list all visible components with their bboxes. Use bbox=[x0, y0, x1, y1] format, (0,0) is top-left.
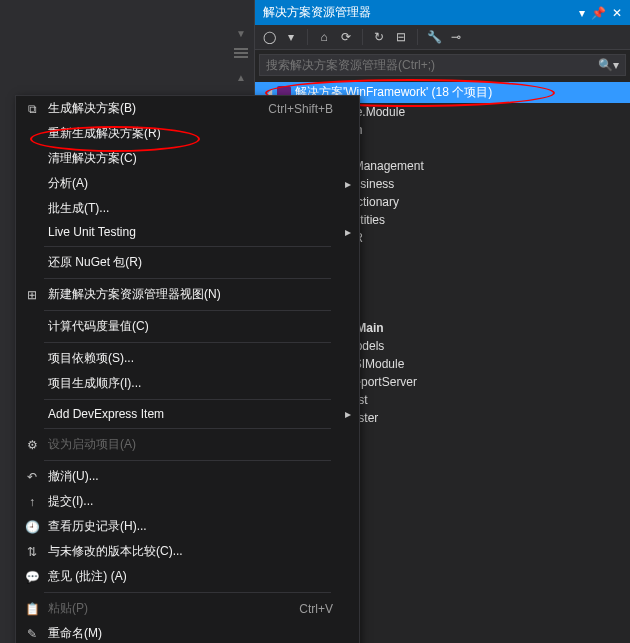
panel-title-bar: 解决方案资源管理器 ▾ 📌 ✕ bbox=[255, 0, 630, 25]
panel-toolbar: ◯ ▾ ⌂ ⟳ ↻ ⊟ 🔧 ⊸ bbox=[255, 25, 630, 50]
menu-item-label: Live Unit Testing bbox=[44, 225, 333, 239]
menu-item-label: 生成解决方案(B) bbox=[44, 100, 268, 117]
menu-separator bbox=[44, 428, 331, 429]
menu-item-shortcut: Ctrl+Shift+B bbox=[268, 102, 339, 116]
menu-item-label: 撤消(U)... bbox=[44, 468, 333, 485]
search-bar[interactable]: 🔍▾ bbox=[259, 54, 626, 76]
menu-item-label: Add DevExpress Item bbox=[44, 407, 333, 421]
menu-item-label: 清理解决方案(C) bbox=[44, 150, 333, 167]
menu-item: 📋粘贴(P)Ctrl+V bbox=[16, 596, 359, 621]
menu-item-label: 批生成(T)... bbox=[44, 200, 333, 217]
menu-item[interactable]: 计算代码度量值(C) bbox=[16, 314, 359, 339]
startup-icon: ⚙ bbox=[20, 438, 44, 452]
menu-separator bbox=[44, 246, 331, 247]
menu-separator bbox=[44, 310, 331, 311]
drag-handle-icon[interactable] bbox=[232, 48, 250, 62]
menu-separator bbox=[44, 460, 331, 461]
menu-item[interactable]: ↑提交(I)... bbox=[16, 489, 359, 514]
show-all-icon[interactable]: ⊸ bbox=[448, 29, 464, 45]
chevron-down-icon[interactable]: ▼ bbox=[236, 28, 246, 39]
forward-icon[interactable]: ▾ bbox=[283, 29, 299, 45]
menu-item[interactable]: 批生成(T)... bbox=[16, 196, 359, 221]
menu-item[interactable]: 分析(A)▸ bbox=[16, 171, 359, 196]
menu-item-label: 重新生成解决方案(R) bbox=[44, 125, 333, 142]
compare-icon: ⇅ bbox=[20, 545, 44, 559]
menu-item[interactable]: 还原 NuGet 包(R) bbox=[16, 250, 359, 275]
pin-icon[interactable]: 📌 bbox=[591, 6, 606, 20]
menu-item-label: 设为启动项目(A) bbox=[44, 436, 333, 453]
undo-icon: ↶ bbox=[20, 470, 44, 484]
menu-item[interactable]: Live Unit Testing▸ bbox=[16, 221, 359, 243]
menu-item-label: 提交(I)... bbox=[44, 493, 333, 510]
menu-item[interactable]: ⊞新建解决方案资源管理器视图(N) bbox=[16, 282, 359, 307]
history-icon: 🕘 bbox=[20, 520, 44, 534]
context-menu: ⧉生成解决方案(B)Ctrl+Shift+B重新生成解决方案(R)清理解决方案(… bbox=[15, 95, 360, 643]
menu-item-label: 意见 (批注) (A) bbox=[44, 568, 333, 585]
panel-title: 解决方案资源管理器 bbox=[263, 4, 579, 21]
home-icon[interactable]: ⌂ bbox=[316, 29, 332, 45]
properties-icon[interactable]: 🔧 bbox=[426, 29, 442, 45]
menu-item-label: 查看历史记录(H)... bbox=[44, 518, 333, 535]
menu-item-label: 粘贴(P) bbox=[44, 600, 299, 617]
menu-item[interactable]: Add DevExpress Item▸ bbox=[16, 403, 359, 425]
menu-separator bbox=[44, 592, 331, 593]
paste-icon: 📋 bbox=[20, 602, 44, 616]
search-input[interactable] bbox=[266, 58, 598, 72]
menu-item[interactable]: ↶撤消(U)... bbox=[16, 464, 359, 489]
menu-item-label: 项目生成顺序(I)... bbox=[44, 375, 333, 392]
collapse-icon[interactable]: ⊟ bbox=[393, 29, 409, 45]
menu-item-label: 计算代码度量值(C) bbox=[44, 318, 333, 335]
menu-item[interactable]: ✎重命名(M) bbox=[16, 621, 359, 643]
menu-separator bbox=[44, 278, 331, 279]
menu-item-label: 分析(A) bbox=[44, 175, 333, 192]
menu-item-label: 项目依赖项(S)... bbox=[44, 350, 333, 367]
menu-item[interactable]: ⇅与未修改的版本比较(C)... bbox=[16, 539, 359, 564]
menu-separator bbox=[44, 342, 331, 343]
search-icon[interactable]: 🔍▾ bbox=[598, 58, 619, 72]
menu-separator bbox=[44, 399, 331, 400]
comment-icon: 💬 bbox=[20, 570, 44, 584]
menu-item-label: 与未修改的版本比较(C)... bbox=[44, 543, 333, 560]
close-icon[interactable]: ✕ bbox=[612, 6, 622, 20]
menu-item[interactable]: 💬意见 (批注) (A) bbox=[16, 564, 359, 589]
newview-icon: ⊞ bbox=[20, 288, 44, 302]
menu-item[interactable]: 清理解决方案(C) bbox=[16, 146, 359, 171]
build-icon: ⧉ bbox=[20, 102, 44, 116]
menu-item: ⚙设为启动项目(A) bbox=[16, 432, 359, 457]
dropdown-icon[interactable]: ▾ bbox=[579, 6, 585, 20]
back-icon[interactable]: ◯ bbox=[261, 29, 277, 45]
submenu-arrow-icon: ▸ bbox=[339, 225, 351, 239]
menu-item[interactable]: 🕘查看历史记录(H)... bbox=[16, 514, 359, 539]
commit-icon: ↑ bbox=[20, 495, 44, 509]
menu-item-shortcut: Ctrl+V bbox=[299, 602, 339, 616]
rename-icon: ✎ bbox=[20, 627, 44, 641]
menu-item[interactable]: ⧉生成解决方案(B)Ctrl+Shift+B bbox=[16, 96, 359, 121]
menu-item[interactable]: 项目生成顺序(I)... bbox=[16, 371, 359, 396]
menu-item-label: 新建解决方案资源管理器视图(N) bbox=[44, 286, 333, 303]
menu-item[interactable]: 项目依赖项(S)... bbox=[16, 346, 359, 371]
sync-icon[interactable]: ⟳ bbox=[338, 29, 354, 45]
menu-item[interactable]: 重新生成解决方案(R) bbox=[16, 121, 359, 146]
chevron-up-icon[interactable]: ▲ bbox=[236, 72, 246, 83]
submenu-arrow-icon: ▸ bbox=[339, 407, 351, 421]
menu-item-label: 还原 NuGet 包(R) bbox=[44, 254, 333, 271]
refresh-icon[interactable]: ↻ bbox=[371, 29, 387, 45]
menu-item-label: 重命名(M) bbox=[44, 625, 333, 642]
submenu-arrow-icon: ▸ bbox=[339, 177, 351, 191]
